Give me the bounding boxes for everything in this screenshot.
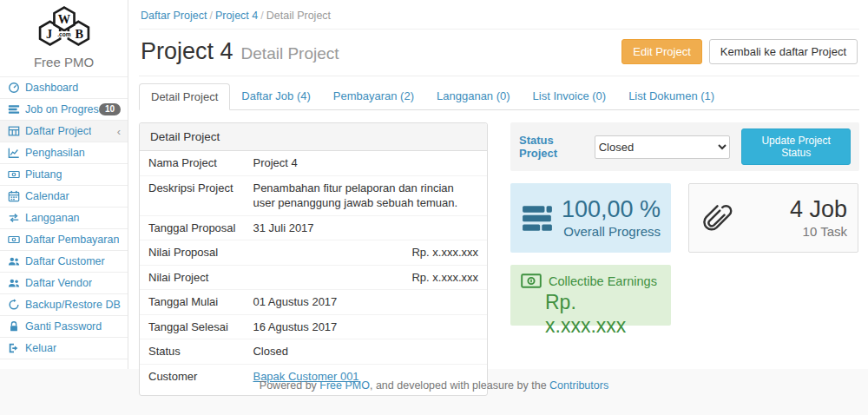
sidebar-item-langganan[interactable]: Langganan [0, 207, 128, 228]
detail-value: Closed [244, 339, 487, 365]
tab-list-dokumen-1[interactable]: List Dokumen (1) [617, 83, 726, 110]
panel-title: Detail Project [140, 123, 487, 151]
brand-logo: W J B .com [0, 0, 128, 53]
chart-icon [8, 147, 21, 159]
users-icon [8, 255, 21, 267]
sidebar-item-keluar[interactable]: Keluar [0, 337, 128, 359]
breadcrumb-item-detail-project: Detail Project [266, 10, 331, 22]
money-icon [8, 234, 21, 246]
tab-label: List Dokumen (1) [617, 83, 726, 109]
sidebar-item-label: Job on Progress [25, 103, 99, 115]
sidebar-item-ganti-password[interactable]: Ganti Password [0, 315, 128, 337]
money-bill-icon [521, 273, 542, 288]
sidebar-item-label: Ganti Password [25, 320, 102, 333]
sidebar-item-daftar-vendor[interactable]: Daftar Vendor [0, 272, 128, 293]
sidebar-item-penghasilan[interactable]: Penghasilan [0, 142, 128, 163]
tab-label: Detail Project [139, 83, 230, 110]
logo-letter-j: J [46, 27, 52, 41]
sidebar-item-job-on-progress[interactable]: Job on Progress10 [0, 98, 128, 120]
detail-value: 01 Agustus 2017 [244, 290, 487, 315]
logo-suffix: .com [57, 31, 71, 37]
tab-daftar-job-4[interactable]: Daftar Job (4) [230, 83, 321, 110]
detail-label: Customer [140, 364, 244, 388]
main-content: Daftar Project/Project 4/Detail Project … [128, 0, 868, 369]
page-title: Project 4 [141, 38, 233, 65]
tab-bar: Detail ProjectDaftar Job (4)Pembayaran (… [139, 83, 859, 110]
users-icon [8, 277, 21, 289]
detail-value: Rp. x.xxx.xxx [244, 265, 487, 290]
status-project-label: Status Project [519, 134, 587, 160]
update-project-status-button[interactable]: Update Project Status [741, 128, 851, 165]
contributors-link[interactable]: Contributors [549, 379, 608, 392]
detail-row-deskripsi-project: Deskripsi ProjectPenambahan fitur pelapo… [140, 175, 487, 215]
breadcrumb: Daftar Project/Project 4/Detail Project [139, 0, 859, 30]
sidebar-item-label: Calendar [25, 190, 69, 202]
detail-label: Nama Project [140, 151, 244, 175]
overall-progress-box: 100,00 % Overall Progress [510, 183, 671, 253]
detail-label: Tanggal Selesai [140, 314, 244, 339]
sidebar: W J B .com Free PMO DashboardJob on Prog… [0, 0, 128, 369]
money-icon [8, 168, 21, 181]
sidebar-item-dashboard[interactable]: Dashboard [0, 76, 128, 98]
edit-project-button[interactable]: Edit Project [621, 39, 701, 64]
paperclip-icon [700, 201, 736, 234]
sidebar-menu: DashboardJob on Progress10Daftar Project… [0, 76, 128, 359]
tab-label: Pembayaran (2) [322, 83, 425, 109]
sidebar-item-label: Penghasilan [25, 147, 85, 159]
detail-row-nama-project: Nama ProjectProject 4 [140, 151, 487, 175]
sidebar-item-label: Daftar Customer [25, 255, 105, 267]
sidebar-item-daftar-pembayaran[interactable]: Daftar Pembayaran [0, 228, 128, 250]
app-window: W J B .com Free PMO DashboardJob on Prog… [0, 0, 868, 369]
tab-pembayaran-2[interactable]: Pembayaran (2) [322, 83, 425, 110]
sidebar-item-label: Daftar Project [25, 125, 91, 137]
sidebar-item-label: Daftar Vendor [25, 277, 92, 289]
job-count-value: 4 Job [790, 197, 847, 223]
detail-label: Tanggal Proposal [140, 215, 244, 240]
detail-value: Rp. x.xxx.xxx [244, 240, 487, 266]
status-select[interactable]: Closed [595, 135, 731, 159]
jwb-logo-icon: W J B .com [24, 5, 104, 47]
breadcrumb-item-project-4[interactable]: Project 4 [215, 10, 258, 22]
task-count-caption: 10 Task [790, 224, 847, 239]
collectible-earnings-box: Collectibe Earnings Rp. x.xxx.xxx [510, 265, 671, 326]
tab-label: List Invoice (0) [522, 83, 618, 109]
detail-row-tanggal-mulai: Tanggal Mulai01 Agustus 2017 [140, 290, 487, 315]
lock-icon [8, 320, 21, 333]
page-header: Project 4 Detail Project Edit Project Ke… [139, 30, 859, 76]
breadcrumb-separator: / [207, 10, 214, 22]
brand-name: Free PMO [0, 53, 128, 76]
detail-label: Status [140, 339, 244, 365]
detail-label: Deskripsi Project [140, 175, 244, 215]
signout-icon [8, 342, 21, 354]
tab-langganan-0[interactable]: Langganan (0) [425, 83, 522, 110]
sidebar-item-calendar[interactable]: Calendar [0, 185, 128, 207]
sidebar-item-label: Langganan [25, 212, 80, 224]
back-to-project-list-button[interactable]: Kembali ke daftar Project [709, 39, 858, 64]
sidebar-item-daftar-project[interactable]: Daftar Project‹ [0, 120, 128, 142]
breadcrumb-separator: / [258, 10, 266, 22]
status-strip: Status Project Closed Update Project Sta… [510, 122, 859, 171]
detail-row-status: StatusClosed [140, 339, 487, 365]
breadcrumb-item-daftar-project[interactable]: Daftar Project [141, 10, 207, 22]
sidebar-item-label: Keluar [25, 342, 56, 354]
free-pmo-link[interactable]: Free PMO [319, 379, 370, 392]
calendar-icon [8, 190, 21, 202]
sidebar-item-piutang[interactable]: Piutang [0, 163, 128, 185]
detail-row-nilai-project: Nilai ProjectRp. x.xxx.xxx [140, 265, 487, 290]
sidebar-item-label: Backup/Restore DB [25, 299, 121, 311]
tab-detail-project[interactable]: Detail Project [139, 83, 230, 110]
detail-value: Project 4 [244, 151, 487, 175]
overall-progress-caption: Overall Progress [562, 224, 661, 239]
detail-row-nilai-proposal: Nilai ProposalRp. x.xxx.xxx [140, 240, 487, 266]
detail-row-tanggal-selesai: Tanggal Selesai16 Agustus 2017 [140, 314, 487, 339]
earnings-value: Rp. x.xxx.xxx [545, 291, 661, 338]
page-subtitle: Detail Project [241, 40, 339, 63]
sidebar-item-backup-restore-db[interactable]: Backup/Restore DB [0, 293, 128, 315]
sidebar-item-label: Dashboard [25, 82, 78, 94]
detail-value: 16 Agustus 2017 [244, 314, 487, 339]
logo-letter-b: B [75, 27, 83, 41]
sidebar-item-daftar-customer[interactable]: Daftar Customer [0, 250, 128, 272]
overall-progress-value: 100,00 % [562, 197, 661, 223]
tab-list-invoice-0[interactable]: List Invoice (0) [522, 83, 618, 110]
sidebar-item-label: Piutang [25, 168, 62, 181]
